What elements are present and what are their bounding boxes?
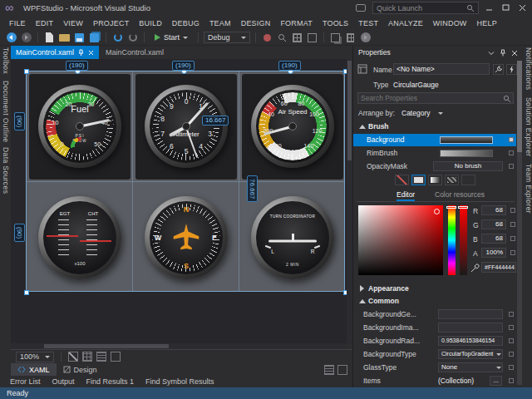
find-in-files-icon[interactable] xyxy=(276,32,288,44)
hue-cursor[interactable] xyxy=(446,206,456,209)
menu-test[interactable]: TEST xyxy=(353,17,383,29)
section-expander-icon[interactable] xyxy=(360,285,364,292)
selection-handle[interactable] xyxy=(24,290,29,295)
tab-editor[interactable]: Editor xyxy=(397,190,415,201)
tab-maincontrol-xaml-preview[interactable]: MainControl.xaml xyxy=(99,46,170,59)
property-row-backgroundimage[interactable]: BackgroundIma... xyxy=(353,322,516,335)
solution-explorer-tab[interactable]: Solution Explorer xyxy=(525,97,532,157)
menu-team[interactable]: TEAM xyxy=(204,17,236,29)
document-outline-tab[interactable]: Document Outline xyxy=(2,81,10,142)
alpha-cursor[interactable] xyxy=(458,206,468,209)
compare-icon[interactable] xyxy=(329,32,342,44)
navigate-forward-icon[interactable] xyxy=(20,32,32,44)
altimeter-gauge[interactable]: 0 1 2 3 4 5 6 7 8 9 Altimeter xyxy=(145,85,228,168)
tab-xaml[interactable]: XAML xyxy=(11,363,57,376)
save-all-icon[interactable] xyxy=(88,32,101,44)
solid-brush-tab[interactable] xyxy=(411,175,426,185)
navigate-back-icon[interactable] xyxy=(5,32,17,44)
split-view-icon[interactable] xyxy=(324,365,334,375)
property-marker[interactable] xyxy=(509,378,514,383)
saturation-value-box[interactable] xyxy=(358,205,443,275)
breakpoint-icon[interactable] xyxy=(261,32,273,44)
background-brush-swatch[interactable] xyxy=(440,136,493,144)
new-file-icon[interactable] xyxy=(43,32,56,44)
menu-window[interactable]: WINDOW xyxy=(428,17,472,29)
menu-edit[interactable]: EDIT xyxy=(31,17,58,29)
minimize-button[interactable] xyxy=(480,0,497,16)
data-sources-tab[interactable]: Data Sources xyxy=(2,147,10,194)
eyedropper-icon[interactable] xyxy=(470,264,480,273)
notifications-tab[interactable]: Notifications xyxy=(525,47,532,91)
property-select[interactable]: None xyxy=(438,362,503,372)
section-appearance[interactable]: Appearance xyxy=(368,284,409,293)
property-select[interactable]: CircularTopGradient xyxy=(438,349,503,359)
color-cursor[interactable] xyxy=(434,209,440,214)
section-brush[interactable]: Brush xyxy=(368,122,389,131)
close-button[interactable] xyxy=(514,0,530,16)
menu-file[interactable]: FILE xyxy=(4,17,31,29)
property-marker[interactable] xyxy=(509,150,514,155)
collection-editor-button[interactable]: ... xyxy=(490,376,502,386)
scrollbar-thumb[interactable] xyxy=(44,344,169,348)
property-value[interactable] xyxy=(438,323,503,332)
quick-launch-input[interactable]: Quick Launch xyxy=(372,2,479,14)
property-marker[interactable] xyxy=(510,236,515,241)
undo-icon[interactable] xyxy=(111,32,124,44)
property-marker[interactable] xyxy=(509,312,514,317)
properties-window-icon[interactable] xyxy=(306,32,318,44)
events-mode-button[interactable] xyxy=(506,64,517,75)
property-row-background[interactable]: Background xyxy=(353,134,516,146)
open-file-icon[interactable] xyxy=(58,32,71,44)
property-marker[interactable] xyxy=(510,208,515,213)
solution-configuration-select[interactable]: Debug xyxy=(204,32,250,43)
alpha-slider[interactable] xyxy=(460,205,467,275)
toolbox-tab[interactable]: Toolbox xyxy=(2,47,10,74)
zoom-select[interactable]: 100% xyxy=(16,352,54,362)
tab-design[interactable]: Design xyxy=(57,363,104,376)
menu-view[interactable]: VIEW xyxy=(58,17,88,29)
rimbrush-swatch[interactable] xyxy=(440,150,493,157)
gradient-brush-tab[interactable] xyxy=(428,175,442,185)
property-marker[interactable] xyxy=(509,365,514,370)
section-common[interactable]: Common xyxy=(368,297,399,305)
turn-coordinator-gauge[interactable]: TURN COORDINATOR L R 2 MIN xyxy=(251,196,334,279)
name-input[interactable] xyxy=(393,63,490,75)
document-outline-icon[interactable] xyxy=(344,32,357,44)
options-icon[interactable] xyxy=(359,32,372,44)
tile-brush-tab[interactable] xyxy=(445,175,459,185)
tab-output[interactable]: Output xyxy=(47,377,81,386)
close-icon[interactable] xyxy=(511,50,518,57)
save-icon[interactable] xyxy=(73,32,86,44)
close-icon[interactable] xyxy=(88,50,94,56)
design-surface[interactable]: (190) (190) (190) (90) (90) 16.667 76.66… xyxy=(11,59,347,343)
menu-help[interactable]: HELP xyxy=(472,17,502,29)
maximize-button[interactable] xyxy=(497,0,514,16)
property-row-backgroundradius[interactable]: BackgroundRad... 0.953846153846154 xyxy=(353,335,516,348)
designer-vertical-scrollbar[interactable] xyxy=(347,59,352,343)
opacitymask-value[interactable]: No brush xyxy=(433,161,503,171)
window-position-icon[interactable] xyxy=(488,50,495,57)
snap-grid-icon[interactable] xyxy=(96,352,106,362)
brush-resource-tab[interactable] xyxy=(461,175,475,185)
property-row-glasstype[interactable]: GlassType None xyxy=(353,362,516,375)
show-grid-icon[interactable] xyxy=(82,352,92,362)
tab-error-list[interactable]: Error List xyxy=(4,377,47,386)
designer-horizontal-scrollbar[interactable] xyxy=(11,343,347,349)
a-value[interactable]: 100% xyxy=(481,248,506,258)
redo-icon[interactable] xyxy=(126,32,139,44)
tab-color-resources[interactable]: Color resources xyxy=(435,190,485,199)
airspeed-gauge[interactable]: Air Speed 40 60 80 100 120 140 160 180 2… xyxy=(251,85,334,168)
property-row-backgroundgeometry[interactable]: BackgroundGe... xyxy=(353,308,516,322)
menu-build[interactable]: BUILD xyxy=(134,17,167,29)
property-row-items[interactable]: Items (Collection) ... xyxy=(353,375,516,387)
property-row-opacitymask[interactable]: OpacityMask No brush xyxy=(353,160,516,173)
search-properties-input[interactable] xyxy=(357,92,514,104)
menu-debug[interactable]: DEBUG xyxy=(167,17,204,29)
start-debug-button[interactable]: Start xyxy=(150,32,193,43)
tab-find-results-1[interactable]: Find Results 1 xyxy=(81,377,140,386)
section-expander-icon[interactable] xyxy=(359,125,366,129)
menu-tools[interactable]: TOOLS xyxy=(318,17,353,29)
property-row-rimbrush[interactable]: RimBrush xyxy=(353,147,516,160)
team-explorer-tab[interactable]: Team Explorer xyxy=(525,164,532,214)
g-value[interactable]: 68 xyxy=(481,219,506,229)
